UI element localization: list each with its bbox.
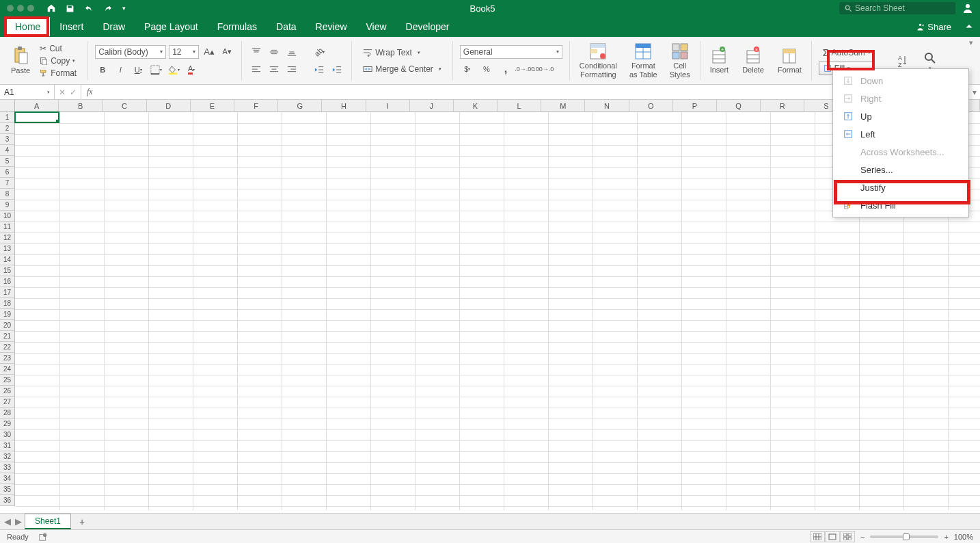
enter-icon[interactable]: ✓ [70, 88, 77, 97]
tab-page-layout[interactable]: Page Layout [135, 17, 208, 36]
undo-icon[interactable] [84, 4, 94, 13]
expand-formula-bar-icon[interactable]: ▾ [969, 85, 980, 99]
column-header[interactable]: G [278, 100, 322, 112]
row-header[interactable]: 33 [0, 462, 15, 473]
row-header[interactable]: 14 [0, 254, 15, 265]
row-header[interactable]: 25 [0, 375, 15, 386]
row-header[interactable]: 30 [0, 429, 15, 440]
row-header[interactable]: 7 [0, 178, 15, 189]
tab-view[interactable]: View [357, 17, 396, 36]
autosum-button[interactable]: ΣAutoSum▾ [819, 47, 875, 59]
row-header[interactable]: 18 [0, 298, 15, 309]
row-header[interactable]: 21 [0, 331, 15, 342]
zoom-out-icon[interactable]: − [860, 533, 865, 541]
row-header[interactable]: 16 [0, 276, 15, 287]
decrease-font-icon[interactable]: A▾ [219, 44, 234, 59]
page-layout-view-icon[interactable] [825, 531, 840, 542]
save-icon[interactable] [66, 4, 74, 13]
number-format-combo[interactable]: General▾ [460, 45, 562, 59]
close-window-icon[interactable] [7, 5, 14, 12]
cancel-icon[interactable]: ✕ [59, 88, 66, 97]
tab-formulas[interactable]: Formulas [208, 17, 267, 36]
font-name-combo[interactable]: Calibri (Body)▾ [95, 45, 166, 59]
column-header[interactable]: H [322, 100, 366, 112]
column-header[interactable]: J [410, 100, 454, 112]
collapse-ribbon-icon[interactable] [958, 23, 980, 31]
column-header[interactable]: R [761, 100, 804, 112]
currency-icon[interactable]: $▾ [460, 62, 475, 77]
search-sheet-input[interactable]: Search Sheet [839, 2, 955, 14]
fill-color-icon[interactable]: ▾ [166, 62, 181, 77]
tab-home[interactable]: Home [5, 17, 50, 36]
sheet-prev-icon[interactable]: ◀ [4, 516, 11, 527]
format-painter-button[interactable]: Format [36, 68, 81, 79]
row-header[interactable]: 24 [0, 364, 15, 375]
border-icon[interactable]: ▾ [148, 62, 163, 77]
cell-styles-button[interactable]: Cell Styles [667, 41, 693, 79]
column-header[interactable]: B [59, 100, 103, 112]
row-header[interactable]: 31 [0, 440, 15, 451]
decrease-decimal-icon[interactable]: .00→.0 [536, 62, 552, 77]
increase-font-icon[interactable]: A▴ [202, 44, 217, 59]
tab-insert[interactable]: Insert [50, 17, 93, 36]
user-icon[interactable] [955, 3, 980, 14]
fill-series-item[interactable]: Series... [833, 161, 968, 178]
row-header[interactable]: 17 [0, 287, 15, 298]
decrease-indent-icon[interactable] [312, 62, 327, 77]
conditional-formatting-button[interactable]: Conditional Formatting [577, 41, 620, 79]
increase-indent-icon[interactable] [329, 62, 344, 77]
row-header[interactable]: 19 [0, 309, 15, 320]
increase-decimal-icon[interactable]: .0→.00 [517, 62, 532, 77]
paste-button[interactable]: Paste [8, 44, 33, 76]
row-header[interactable]: 15 [0, 265, 15, 276]
macro-record-icon[interactable] [38, 532, 48, 542]
row-header[interactable]: 28 [0, 408, 15, 419]
format-as-table-button[interactable]: Format as Table [627, 41, 660, 79]
column-header[interactable]: L [498, 100, 541, 112]
column-header[interactable]: F [234, 100, 278, 112]
row-header[interactable]: 20 [0, 320, 15, 331]
add-sheet-button[interactable]: + [74, 515, 90, 529]
zoom-percent[interactable]: 100% [954, 533, 973, 541]
fx-icon[interactable]: fx [81, 85, 98, 99]
row-header[interactable]: 1 [0, 112, 15, 123]
row-header[interactable]: 10 [0, 211, 15, 222]
row-header[interactable]: 22 [0, 342, 15, 353]
row-header[interactable]: 26 [0, 386, 15, 397]
cut-button[interactable]: ✂Cut [36, 43, 81, 54]
home-icon[interactable] [46, 3, 56, 13]
column-header[interactable]: O [629, 100, 673, 112]
column-header[interactable]: K [454, 100, 498, 112]
sort-filter-button[interactable]: AZ [893, 52, 913, 70]
italic-icon[interactable]: I [113, 62, 128, 77]
tab-developer[interactable]: Developer [396, 17, 459, 36]
column-header[interactable]: Q [717, 100, 761, 112]
font-size-combo[interactable]: 12▾ [169, 45, 199, 59]
selected-cell[interactable] [14, 111, 59, 123]
column-header[interactable]: M [541, 100, 585, 112]
bold-icon[interactable]: B [95, 62, 110, 77]
column-header[interactable]: P [673, 100, 717, 112]
name-box[interactable]: A1▾ [0, 85, 55, 99]
row-header[interactable]: 5 [0, 156, 15, 167]
zoom-in-icon[interactable]: + [944, 533, 948, 541]
underline-icon[interactable]: U▾ [131, 62, 146, 77]
copy-button[interactable]: Copy▾ [36, 55, 81, 66]
align-right-icon[interactable] [284, 62, 299, 77]
row-header[interactable]: 3 [0, 134, 15, 145]
tab-review[interactable]: Review [306, 17, 357, 36]
column-header[interactable]: E [191, 100, 234, 112]
maximize-window-icon[interactable] [27, 5, 34, 12]
column-header[interactable]: I [366, 100, 410, 112]
fill-justify-item[interactable]: Justify [833, 178, 968, 196]
sheet-tab[interactable]: Sheet1 [25, 514, 71, 529]
delete-cells-button[interactable]: ×Delete [739, 45, 767, 75]
sheet-next-icon[interactable]: ▶ [15, 516, 22, 527]
share-button[interactable]: Share [909, 22, 958, 32]
flash-fill-item[interactable]: Flash Fill [833, 196, 968, 214]
format-cells-button[interactable]: Format [775, 45, 804, 75]
row-header[interactable]: 11 [0, 222, 15, 233]
fill-up-item[interactable]: Up [833, 107, 968, 125]
align-bottom-icon[interactable] [284, 44, 299, 59]
align-left-icon[interactable] [249, 62, 264, 77]
